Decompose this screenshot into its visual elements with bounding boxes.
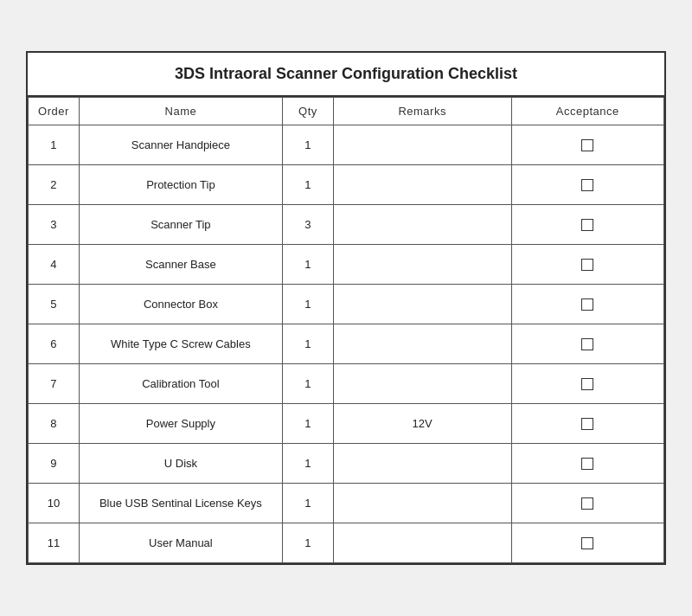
cell-qty: 1 [282,125,333,165]
cell-order: 2 [29,165,80,205]
header-name: Name [79,98,282,125]
table-header-row: Order Name Qty Remarks Acceptance [29,98,664,125]
cell-name: Protection Tip [79,165,282,205]
cell-qty: 1 [282,404,333,444]
checklist-container: 3DS Intraoral Scanner Configuration Chec… [26,51,666,565]
cell-name: White Type C Screw Cables [79,324,282,364]
acceptance-checkbox[interactable] [581,418,593,430]
acceptance-checkbox[interactable] [581,259,593,271]
cell-order: 6 [29,324,80,364]
acceptance-checkbox[interactable] [581,378,593,390]
cell-name: User Manual [79,523,282,563]
cell-qty: 1 [282,324,333,364]
cell-name: Scanner Handpiece [79,125,282,165]
cell-qty: 1 [282,245,333,285]
cell-qty: 1 [282,484,333,523]
table-row: 3Scanner Tip3 [29,205,664,245]
table-row: 1Scanner Handpiece1 [29,125,664,165]
cell-order: 3 [29,205,80,245]
cell-acceptance[interactable] [511,285,663,324]
cell-acceptance[interactable] [511,484,663,523]
cell-remarks [333,444,511,484]
cell-qty: 3 [282,205,333,245]
cell-order: 10 [29,484,80,523]
header-qty: Qty [282,98,333,125]
cell-qty: 1 [282,523,333,563]
cell-remarks [333,165,511,205]
cell-acceptance[interactable] [511,125,663,165]
cell-acceptance[interactable] [511,444,663,484]
acceptance-checkbox[interactable] [581,497,593,510]
table-row: 7Calibration Tool1 [29,364,664,404]
cell-name: U Disk [79,444,282,484]
header-acceptance: Acceptance [511,98,663,125]
cell-order: 11 [29,523,80,563]
table-row: 11User Manual1 [29,523,664,563]
acceptance-checkbox[interactable] [581,338,593,350]
cell-name: Power Supply [79,404,282,444]
cell-name: Connector Box [79,285,282,324]
cell-qty: 1 [282,285,333,324]
cell-acceptance[interactable] [511,245,663,285]
cell-order: 7 [29,364,80,404]
cell-qty: 1 [282,165,333,205]
acceptance-checkbox[interactable] [581,537,593,549]
cell-acceptance[interactable] [511,324,663,364]
cell-remarks [333,523,511,563]
table-row: 5Connector Box1 [29,285,664,324]
header-order: Order [29,98,80,125]
cell-acceptance[interactable] [511,205,663,245]
table-row: 6White Type C Screw Cables1 [29,324,664,364]
cell-order: 4 [29,245,80,285]
cell-remarks [333,205,511,245]
cell-acceptance[interactable] [511,165,663,205]
table-row: 4Scanner Base1 [29,245,664,285]
cell-qty: 1 [282,364,333,404]
acceptance-checkbox[interactable] [581,458,593,470]
acceptance-checkbox[interactable] [581,219,593,231]
cell-name: Blue USB Sentinal License Keys [79,484,282,523]
cell-order: 1 [29,125,80,165]
cell-name: Scanner Tip [79,205,282,245]
cell-remarks [333,125,511,165]
table-row: 8Power Supply112V [29,404,664,444]
cell-remarks: 12V [333,404,511,444]
table-row: 2Protection Tip1 [29,165,664,205]
cell-name: Scanner Base [79,245,282,285]
table-row: 9U Disk1 [29,444,664,484]
acceptance-checkbox[interactable] [581,139,593,151]
checklist-table: Order Name Qty Remarks Acceptance 1Scann… [28,97,664,563]
cell-qty: 1 [282,444,333,484]
cell-remarks [333,364,511,404]
cell-name: Calibration Tool [79,364,282,404]
cell-remarks [333,484,511,523]
cell-order: 5 [29,285,80,324]
acceptance-checkbox[interactable] [581,179,593,191]
acceptance-checkbox[interactable] [581,298,593,311]
table-row: 10Blue USB Sentinal License Keys1 [29,484,664,523]
header-remarks: Remarks [333,98,511,125]
checklist-title: 3DS Intraoral Scanner Configuration Chec… [28,53,664,97]
cell-remarks [333,245,511,285]
cell-acceptance[interactable] [511,523,663,563]
cell-order: 8 [29,404,80,444]
cell-acceptance[interactable] [511,364,663,404]
cell-acceptance[interactable] [511,404,663,444]
cell-order: 9 [29,444,80,484]
cell-remarks [333,285,511,324]
cell-remarks [333,324,511,364]
